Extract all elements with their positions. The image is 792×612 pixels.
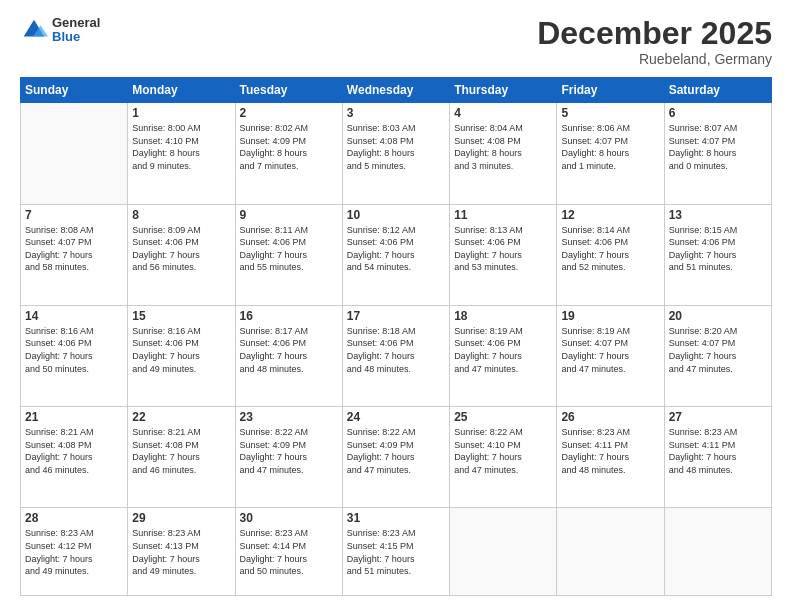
- title-block: December 2025 Ruebeland, Germany: [537, 16, 772, 67]
- table-row: 6Sunrise: 8:07 AM Sunset: 4:07 PM Daylig…: [664, 103, 771, 204]
- col-monday: Monday: [128, 78, 235, 103]
- day-info: Sunrise: 8:04 AM Sunset: 4:08 PM Dayligh…: [454, 122, 552, 172]
- table-row: 13Sunrise: 8:15 AM Sunset: 4:06 PM Dayli…: [664, 204, 771, 305]
- table-row: 20Sunrise: 8:20 AM Sunset: 4:07 PM Dayli…: [664, 305, 771, 406]
- day-info: Sunrise: 8:22 AM Sunset: 4:10 PM Dayligh…: [454, 426, 552, 476]
- day-info: Sunrise: 8:22 AM Sunset: 4:09 PM Dayligh…: [240, 426, 338, 476]
- day-number: 27: [669, 410, 767, 424]
- day-number: 5: [561, 106, 659, 120]
- day-number: 3: [347, 106, 445, 120]
- day-number: 8: [132, 208, 230, 222]
- day-info: Sunrise: 8:06 AM Sunset: 4:07 PM Dayligh…: [561, 122, 659, 172]
- table-row: [664, 508, 771, 596]
- logo-blue: Blue: [52, 30, 100, 44]
- page: General Blue December 2025 Ruebeland, Ge…: [0, 0, 792, 612]
- day-number: 17: [347, 309, 445, 323]
- day-number: 25: [454, 410, 552, 424]
- table-row: 27Sunrise: 8:23 AM Sunset: 4:11 PM Dayli…: [664, 407, 771, 508]
- table-row: 8Sunrise: 8:09 AM Sunset: 4:06 PM Daylig…: [128, 204, 235, 305]
- table-row: 17Sunrise: 8:18 AM Sunset: 4:06 PM Dayli…: [342, 305, 449, 406]
- day-number: 6: [669, 106, 767, 120]
- day-info: Sunrise: 8:17 AM Sunset: 4:06 PM Dayligh…: [240, 325, 338, 375]
- day-info: Sunrise: 8:13 AM Sunset: 4:06 PM Dayligh…: [454, 224, 552, 274]
- calendar-table: Sunday Monday Tuesday Wednesday Thursday…: [20, 77, 772, 596]
- day-info: Sunrise: 8:08 AM Sunset: 4:07 PM Dayligh…: [25, 224, 123, 274]
- day-info: Sunrise: 8:07 AM Sunset: 4:07 PM Dayligh…: [669, 122, 767, 172]
- day-number: 21: [25, 410, 123, 424]
- day-number: 9: [240, 208, 338, 222]
- table-row: 9Sunrise: 8:11 AM Sunset: 4:06 PM Daylig…: [235, 204, 342, 305]
- col-tuesday: Tuesday: [235, 78, 342, 103]
- table-row: 12Sunrise: 8:14 AM Sunset: 4:06 PM Dayli…: [557, 204, 664, 305]
- day-number: 29: [132, 511, 230, 525]
- day-number: 23: [240, 410, 338, 424]
- logo-general: General: [52, 16, 100, 30]
- table-row: 15Sunrise: 8:16 AM Sunset: 4:06 PM Dayli…: [128, 305, 235, 406]
- day-info: Sunrise: 8:16 AM Sunset: 4:06 PM Dayligh…: [132, 325, 230, 375]
- day-info: Sunrise: 8:02 AM Sunset: 4:09 PM Dayligh…: [240, 122, 338, 172]
- day-number: 24: [347, 410, 445, 424]
- table-row: 26Sunrise: 8:23 AM Sunset: 4:11 PM Dayli…: [557, 407, 664, 508]
- month-title: December 2025: [537, 16, 772, 51]
- day-number: 10: [347, 208, 445, 222]
- day-info: Sunrise: 8:23 AM Sunset: 4:11 PM Dayligh…: [669, 426, 767, 476]
- day-info: Sunrise: 8:23 AM Sunset: 4:14 PM Dayligh…: [240, 527, 338, 577]
- day-number: 22: [132, 410, 230, 424]
- col-thursday: Thursday: [450, 78, 557, 103]
- table-row: 30Sunrise: 8:23 AM Sunset: 4:14 PM Dayli…: [235, 508, 342, 596]
- table-row: [557, 508, 664, 596]
- table-row: 10Sunrise: 8:12 AM Sunset: 4:06 PM Dayli…: [342, 204, 449, 305]
- table-row: 22Sunrise: 8:21 AM Sunset: 4:08 PM Dayli…: [128, 407, 235, 508]
- table-row: 31Sunrise: 8:23 AM Sunset: 4:15 PM Dayli…: [342, 508, 449, 596]
- table-row: [21, 103, 128, 204]
- day-number: 26: [561, 410, 659, 424]
- day-number: 11: [454, 208, 552, 222]
- day-number: 31: [347, 511, 445, 525]
- day-number: 18: [454, 309, 552, 323]
- col-wednesday: Wednesday: [342, 78, 449, 103]
- day-number: 4: [454, 106, 552, 120]
- day-number: 1: [132, 106, 230, 120]
- day-info: Sunrise: 8:19 AM Sunset: 4:07 PM Dayligh…: [561, 325, 659, 375]
- col-friday: Friday: [557, 78, 664, 103]
- table-row: 7Sunrise: 8:08 AM Sunset: 4:07 PM Daylig…: [21, 204, 128, 305]
- day-number: 28: [25, 511, 123, 525]
- table-row: 19Sunrise: 8:19 AM Sunset: 4:07 PM Dayli…: [557, 305, 664, 406]
- day-info: Sunrise: 8:16 AM Sunset: 4:06 PM Dayligh…: [25, 325, 123, 375]
- col-sunday: Sunday: [21, 78, 128, 103]
- day-info: Sunrise: 8:23 AM Sunset: 4:11 PM Dayligh…: [561, 426, 659, 476]
- table-row: 21Sunrise: 8:21 AM Sunset: 4:08 PM Dayli…: [21, 407, 128, 508]
- day-info: Sunrise: 8:15 AM Sunset: 4:06 PM Dayligh…: [669, 224, 767, 274]
- table-row: 4Sunrise: 8:04 AM Sunset: 4:08 PM Daylig…: [450, 103, 557, 204]
- table-row: 2Sunrise: 8:02 AM Sunset: 4:09 PM Daylig…: [235, 103, 342, 204]
- table-row: 14Sunrise: 8:16 AM Sunset: 4:06 PM Dayli…: [21, 305, 128, 406]
- day-number: 2: [240, 106, 338, 120]
- table-row: 3Sunrise: 8:03 AM Sunset: 4:08 PM Daylig…: [342, 103, 449, 204]
- day-info: Sunrise: 8:23 AM Sunset: 4:12 PM Dayligh…: [25, 527, 123, 577]
- table-row: 16Sunrise: 8:17 AM Sunset: 4:06 PM Dayli…: [235, 305, 342, 406]
- logo: General Blue: [20, 16, 100, 45]
- day-number: 30: [240, 511, 338, 525]
- day-info: Sunrise: 8:03 AM Sunset: 4:08 PM Dayligh…: [347, 122, 445, 172]
- table-row: 25Sunrise: 8:22 AM Sunset: 4:10 PM Dayli…: [450, 407, 557, 508]
- day-info: Sunrise: 8:12 AM Sunset: 4:06 PM Dayligh…: [347, 224, 445, 274]
- day-number: 15: [132, 309, 230, 323]
- table-row: 18Sunrise: 8:19 AM Sunset: 4:06 PM Dayli…: [450, 305, 557, 406]
- day-number: 14: [25, 309, 123, 323]
- logo-text: General Blue: [52, 16, 100, 45]
- day-info: Sunrise: 8:23 AM Sunset: 4:15 PM Dayligh…: [347, 527, 445, 577]
- header: General Blue December 2025 Ruebeland, Ge…: [20, 16, 772, 67]
- location: Ruebeland, Germany: [537, 51, 772, 67]
- day-info: Sunrise: 8:00 AM Sunset: 4:10 PM Dayligh…: [132, 122, 230, 172]
- day-info: Sunrise: 8:21 AM Sunset: 4:08 PM Dayligh…: [132, 426, 230, 476]
- table-row: 24Sunrise: 8:22 AM Sunset: 4:09 PM Dayli…: [342, 407, 449, 508]
- day-number: 7: [25, 208, 123, 222]
- day-info: Sunrise: 8:09 AM Sunset: 4:06 PM Dayligh…: [132, 224, 230, 274]
- day-number: 16: [240, 309, 338, 323]
- table-row: 11Sunrise: 8:13 AM Sunset: 4:06 PM Dayli…: [450, 204, 557, 305]
- calendar-header-row: Sunday Monday Tuesday Wednesday Thursday…: [21, 78, 772, 103]
- day-info: Sunrise: 8:18 AM Sunset: 4:06 PM Dayligh…: [347, 325, 445, 375]
- table-row: 1Sunrise: 8:00 AM Sunset: 4:10 PM Daylig…: [128, 103, 235, 204]
- table-row: [450, 508, 557, 596]
- day-info: Sunrise: 8:11 AM Sunset: 4:06 PM Dayligh…: [240, 224, 338, 274]
